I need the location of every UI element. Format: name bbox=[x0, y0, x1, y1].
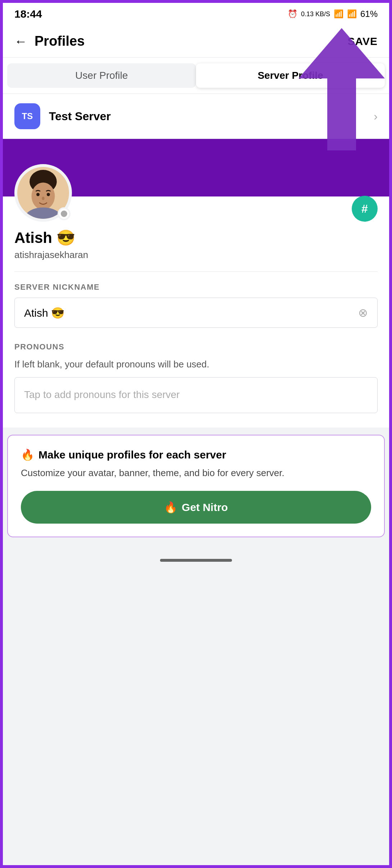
profile-banner: # bbox=[0, 139, 392, 196]
status-icons: ⏰ 0.13 KB/S 📶 📶 61% bbox=[288, 9, 378, 19]
divider-1 bbox=[14, 271, 378, 272]
tab-user-profile[interactable]: User Profile bbox=[7, 63, 196, 88]
home-indicator-area bbox=[0, 552, 392, 573]
pronouns-section: PRONOUNS If left blank, your default pro… bbox=[14, 342, 378, 413]
server-nickname-section: SERVER NICKNAME Atish 😎 ⊗ bbox=[14, 282, 378, 328]
profile-username: atishrajasekharan bbox=[14, 249, 378, 261]
alarm-icon: ⏰ bbox=[288, 9, 297, 19]
nitro-flame-icon: 🔥 bbox=[21, 448, 34, 461]
nitro-card-title: 🔥 Make unique profiles for each server bbox=[21, 448, 371, 461]
server-nickname-value: Atish 😎 bbox=[24, 307, 358, 319]
server-icon: TS bbox=[14, 103, 40, 129]
battery-level: 61% bbox=[360, 9, 378, 19]
save-button[interactable]: SAVE bbox=[348, 35, 378, 47]
signal-icon: 📶 bbox=[347, 9, 357, 19]
chevron-right-icon: › bbox=[374, 110, 378, 123]
status-bar: 18:44 ⏰ 0.13 KB/S 📶 📶 61% bbox=[0, 0, 392, 25]
status-time: 18:44 bbox=[14, 8, 42, 20]
server-name: Test Server bbox=[49, 110, 374, 123]
nitro-card-description: Customize your avatar, banner, theme, an… bbox=[21, 466, 371, 480]
nitro-btn-icon: 🔥 bbox=[164, 501, 177, 514]
profile-display-name: Atish 😎 bbox=[14, 229, 378, 247]
server-selector[interactable]: TS Test Server › bbox=[0, 94, 392, 139]
page-title: Profiles bbox=[35, 33, 348, 49]
data-speed: 0.13 KB/S bbox=[301, 10, 330, 18]
header: ← Profiles SAVE bbox=[0, 25, 392, 58]
server-nickname-label: SERVER NICKNAME bbox=[14, 282, 378, 292]
home-bar bbox=[160, 559, 232, 562]
status-dot bbox=[61, 211, 67, 217]
nitro-badge: # bbox=[352, 196, 378, 222]
svg-point-8 bbox=[42, 197, 44, 200]
wifi-icon: 📶 bbox=[334, 9, 343, 19]
pronouns-hint: If left blank, your default pronouns wil… bbox=[14, 357, 378, 371]
back-button[interactable]: ← bbox=[14, 34, 27, 49]
tab-server-profile[interactable]: Server Profile bbox=[196, 63, 385, 88]
tabs-container: User Profile Server Profile bbox=[0, 58, 392, 94]
svg-point-7 bbox=[47, 193, 50, 196]
profile-content-card: Atish 😎 atishrajasekharan SERVER NICKNAM… bbox=[0, 196, 392, 428]
get-nitro-button[interactable]: 🔥 Get Nitro bbox=[21, 491, 371, 524]
clear-nickname-button[interactable]: ⊗ bbox=[358, 306, 368, 320]
avatar-status-indicator bbox=[58, 207, 70, 220]
nitro-promo-card: 🔥 Make unique profiles for each server C… bbox=[7, 435, 385, 537]
server-nickname-input-field[interactable]: Atish 😎 ⊗ bbox=[14, 298, 378, 328]
pronouns-label: PRONOUNS bbox=[14, 342, 378, 352]
svg-point-6 bbox=[36, 193, 40, 196]
pronouns-input[interactable]: Tap to add pronouns for this server bbox=[14, 377, 378, 413]
avatar-wrapper bbox=[14, 164, 72, 222]
